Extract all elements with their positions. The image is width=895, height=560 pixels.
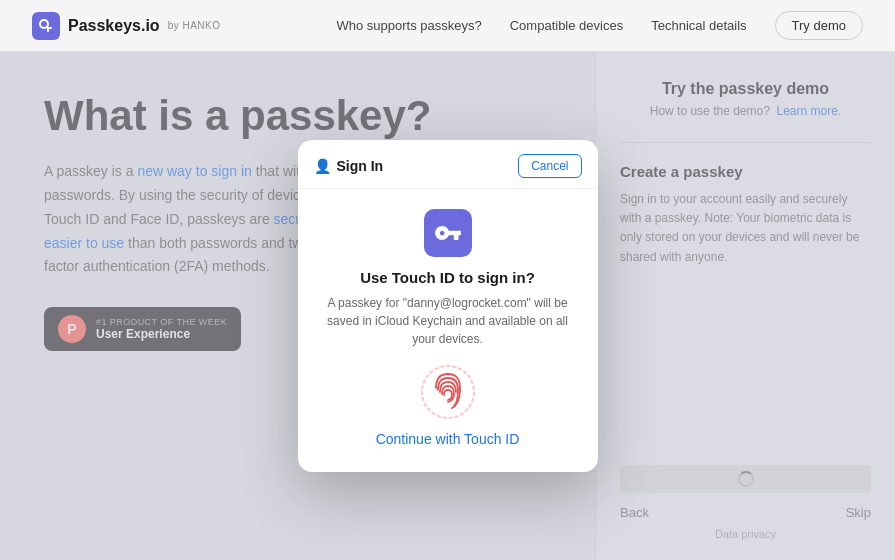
use-touchid-label: Use Touch ID to sign in? bbox=[318, 269, 578, 286]
nav-links: Who supports passkeys? Compatible device… bbox=[337, 11, 864, 40]
sign-in-modal: 👤 Sign In Cancel Use Touch ID to sign in… bbox=[298, 140, 598, 472]
modal-title-row: 👤 Sign In bbox=[314, 158, 384, 174]
modal-overlay: 👤 Sign In Cancel Use Touch ID to sign in… bbox=[0, 52, 895, 560]
modal-title: Sign In bbox=[337, 158, 384, 174]
try-demo-button[interactable]: Try demo bbox=[775, 11, 863, 40]
modal-header: 👤 Sign In Cancel bbox=[298, 140, 598, 189]
modal-body: Use Touch ID to sign in? A passkey for "… bbox=[298, 189, 598, 472]
by-hanko-label: by HANKO bbox=[168, 20, 221, 31]
key-icon bbox=[434, 219, 462, 247]
nav-link-who[interactable]: Who supports passkeys? bbox=[337, 18, 482, 33]
navbar: Passkeys.io by HANKO Who supports passke… bbox=[0, 0, 895, 52]
passkey-info: A passkey for "danny@logrocket.com" will… bbox=[318, 294, 578, 348]
main-content: What is a passkey? A passkey is a new wa… bbox=[0, 52, 895, 560]
fingerprint-icon bbox=[420, 364, 476, 420]
nav-link-technical[interactable]: Technical details bbox=[651, 18, 746, 33]
logo-text: Passkeys.io bbox=[68, 17, 160, 35]
svg-rect-2 bbox=[47, 27, 52, 29]
logo[interactable]: Passkeys.io by HANKO bbox=[32, 12, 221, 40]
cancel-button[interactable]: Cancel bbox=[518, 154, 581, 178]
nav-link-devices[interactable]: Compatible devices bbox=[510, 18, 623, 33]
svg-point-0 bbox=[40, 20, 48, 28]
logo-icon bbox=[32, 12, 60, 40]
person-icon: 👤 bbox=[314, 158, 331, 174]
continue-touchid-button[interactable]: Continue with Touch ID bbox=[376, 431, 520, 447]
touch-id-icon-box bbox=[424, 209, 472, 257]
